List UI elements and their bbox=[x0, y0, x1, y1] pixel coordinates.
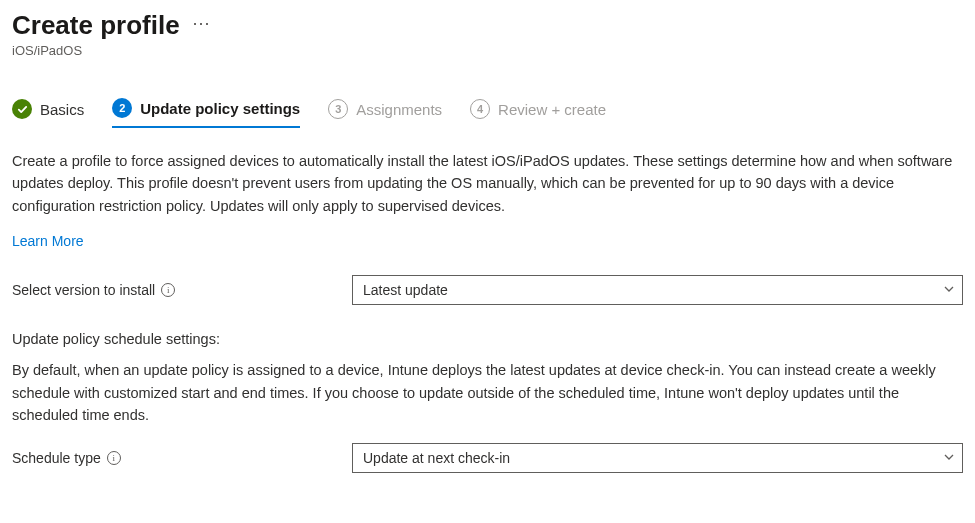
wizard-tabs: Basics 2 Update policy settings 3 Assign… bbox=[12, 98, 963, 128]
tab-label: Review + create bbox=[498, 101, 606, 118]
tab-review-create[interactable]: 4 Review + create bbox=[470, 99, 606, 127]
learn-more-link[interactable]: Learn More bbox=[12, 233, 84, 249]
tab-label: Basics bbox=[40, 101, 84, 118]
step-number-icon: 3 bbox=[328, 99, 348, 119]
schedule-type-select[interactable]: Update at next check-in bbox=[352, 443, 963, 473]
schedule-description: By default, when an update policy is ass… bbox=[12, 359, 963, 426]
tab-label: Assignments bbox=[356, 101, 442, 118]
info-icon[interactable]: i bbox=[107, 451, 121, 465]
page-title: Create profile bbox=[12, 10, 180, 41]
tab-label: Update policy settings bbox=[140, 100, 300, 117]
info-icon[interactable]: i bbox=[161, 283, 175, 297]
tab-basics[interactable]: Basics bbox=[12, 99, 84, 127]
tab-assignments[interactable]: 3 Assignments bbox=[328, 99, 442, 127]
step-number-icon: 2 bbox=[112, 98, 132, 118]
page-subtitle: iOS/iPadOS bbox=[12, 43, 963, 58]
schedule-section-label: Update policy schedule settings: bbox=[12, 331, 963, 347]
description-text: Create a profile to force assigned devic… bbox=[12, 150, 963, 217]
version-select[interactable]: Latest update bbox=[352, 275, 963, 305]
schedule-type-label: Schedule type i bbox=[12, 450, 352, 466]
more-icon[interactable]: ⋯ bbox=[192, 12, 212, 40]
version-label: Select version to install i bbox=[12, 282, 352, 298]
step-number-icon: 4 bbox=[470, 99, 490, 119]
tab-update-policy-settings[interactable]: 2 Update policy settings bbox=[112, 98, 300, 128]
check-icon bbox=[12, 99, 32, 119]
